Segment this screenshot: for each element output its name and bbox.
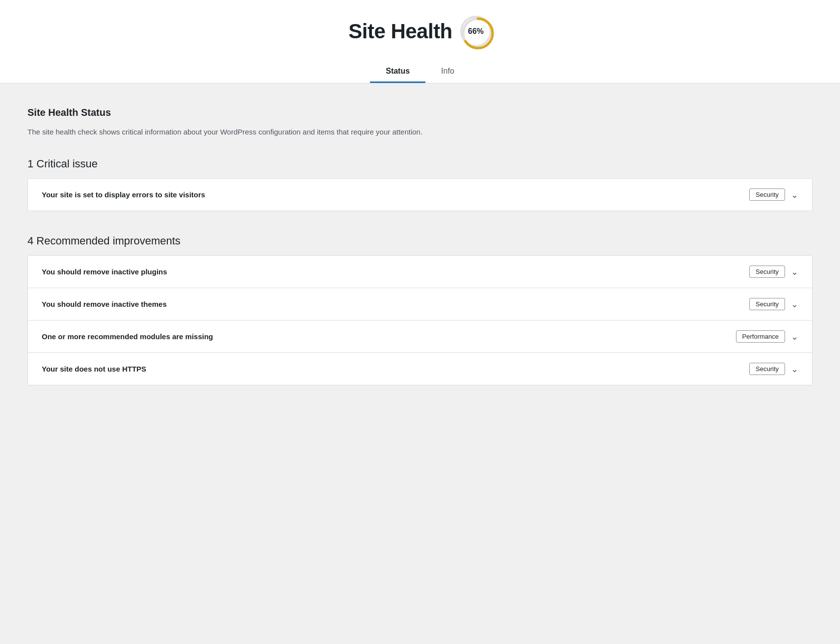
description-text: The site health check shows critical inf… (27, 126, 813, 138)
chevron-down-icon[interactable]: ⌄ (791, 267, 798, 277)
tag-performance: Performance (736, 330, 785, 343)
issue-label: One or more recommended modules are miss… (42, 332, 213, 341)
issue-right: Security ⌄ (749, 188, 798, 201)
chevron-down-icon[interactable]: ⌄ (791, 189, 798, 200)
recommended-issues-list: You should remove inactive plugins Secur… (27, 255, 813, 385)
critical-issues-section: 1 Critical issue Your site is set to dis… (27, 158, 813, 211)
main-content: Site Health Status The site health check… (0, 83, 840, 432)
issue-label: You should remove inactive plugins (42, 268, 167, 276)
table-row: You should remove inactive plugins Secur… (28, 256, 812, 288)
tab-info[interactable]: Info (425, 61, 470, 83)
issue-right: Security ⌄ (749, 266, 798, 278)
page-title: Site Health (348, 20, 452, 43)
issue-label: You should remove inactive themes (42, 300, 167, 308)
table-row: Your site is set to display errors to si… (28, 179, 812, 211)
section-title: Site Health Status (27, 107, 813, 118)
chevron-down-icon[interactable]: ⌄ (791, 331, 798, 342)
tag-security: Security (749, 266, 785, 278)
issue-right: Security ⌄ (749, 298, 798, 310)
header: Site Health 66% Status Info (0, 0, 840, 83)
recommended-count-title: 4 Recommended improvements (27, 235, 813, 247)
health-score-circle: 66% (460, 16, 492, 47)
issue-right: Security ⌄ (749, 363, 798, 375)
tag-security: Security (749, 298, 785, 310)
critical-count-title: 1 Critical issue (27, 158, 813, 170)
issue-right: Performance ⌄ (736, 330, 798, 343)
critical-issues-list: Your site is set to display errors to si… (27, 178, 813, 211)
tab-status[interactable]: Status (370, 61, 425, 83)
table-row: Your site does not use HTTPS Security ⌄ (28, 353, 812, 385)
issue-label: Your site does not use HTTPS (42, 365, 146, 373)
recommended-issues-section: 4 Recommended improvements You should re… (27, 235, 813, 385)
table-row: One or more recommended modules are miss… (28, 321, 812, 353)
tag-security: Security (749, 363, 785, 375)
health-score-text: 66% (468, 27, 484, 36)
chevron-down-icon[interactable]: ⌄ (791, 299, 798, 310)
table-row: You should remove inactive themes Securi… (28, 288, 812, 321)
tabs-container: Status Info (0, 61, 840, 83)
issue-label: Your site is set to display errors to si… (42, 190, 205, 199)
tag-security: Security (749, 188, 785, 201)
chevron-down-icon[interactable]: ⌄ (791, 364, 798, 375)
